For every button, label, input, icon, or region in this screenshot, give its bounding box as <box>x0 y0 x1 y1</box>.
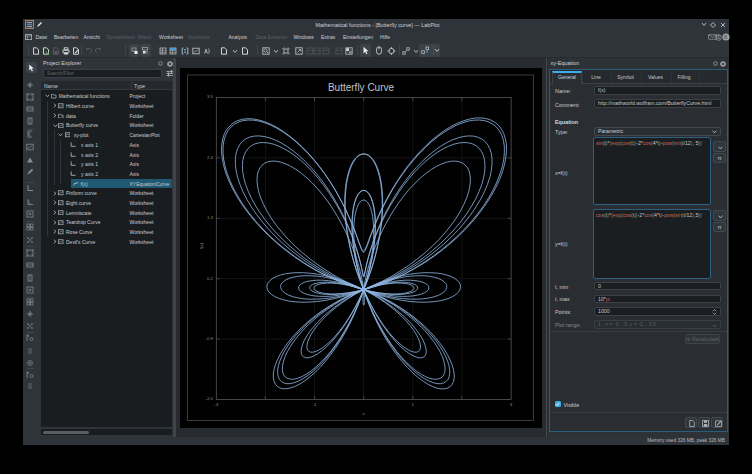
svg-text:1.3: 1.3 <box>207 215 214 220</box>
svg-text:$: $ <box>717 35 720 40</box>
svg-text:3.5: 3.5 <box>207 94 214 99</box>
svg-text:-1: -1 <box>313 401 317 406</box>
svg-text:0.2: 0.2 <box>207 275 214 280</box>
svg-text:Butterfly Curve: Butterfly Curve <box>328 82 395 93</box>
svg-text:-3: -3 <box>214 401 218 406</box>
svg-text:-2.0: -2.0 <box>205 396 213 401</box>
svg-text:-0.9: -0.9 <box>205 335 213 340</box>
svg-text:f(x): f(x) <box>199 242 204 249</box>
svg-text:2.4: 2.4 <box>207 154 214 159</box>
